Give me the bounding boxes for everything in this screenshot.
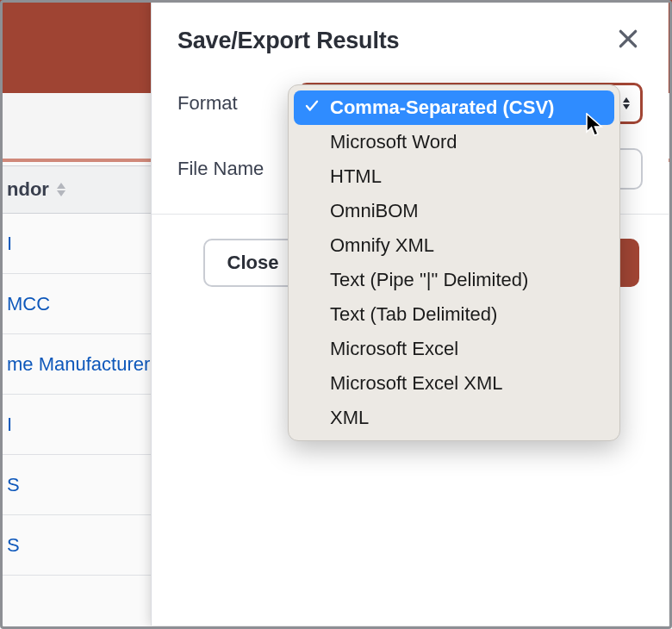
dropdown-option-label: Microsoft Excel XML: [330, 372, 503, 395]
dropdown-option-label: Omnify XML: [330, 234, 434, 257]
dropdown-option-label: Microsoft Word: [330, 131, 457, 153]
format-label: Format: [177, 92, 298, 115]
dropdown-option-label: Text (Tab Delimited): [330, 303, 497, 326]
dropdown-option-word[interactable]: Microsoft Word: [294, 125, 614, 159]
modal-header: Save/Export Results: [152, 0, 669, 74]
dropdown-option-excelxml[interactable]: Microsoft Excel XML: [294, 366, 614, 401]
dropdown-option-csv[interactable]: Comma-Separated (CSV): [294, 90, 614, 125]
dropdown-option-label: Microsoft Excel: [330, 338, 458, 360]
dropdown-option-excel[interactable]: Microsoft Excel: [294, 332, 614, 366]
select-stepper-icon: [621, 97, 632, 110]
dropdown-option-label: OmniBOM: [330, 200, 419, 222]
modal-title: Save/Export Results: [177, 28, 399, 54]
filename-label: File Name: [177, 158, 298, 180]
dropdown-option-xml[interactable]: XML: [294, 401, 614, 435]
dropdown-option-omnibom[interactable]: OmniBOM: [294, 194, 614, 228]
dropdown-option-label: XML: [330, 407, 369, 429]
dropdown-option-label: Comma-Separated (CSV): [330, 97, 554, 119]
dropdown-option-text-pipe[interactable]: Text (Pipe "|" Delimited): [294, 263, 614, 297]
close-button-label: Close: [227, 252, 279, 274]
dropdown-option-label: HTML: [330, 165, 382, 188]
dropdown-option-html[interactable]: HTML: [294, 159, 614, 194]
dropdown-option-label: Text (Pipe "|" Delimited): [330, 269, 528, 291]
format-dropdown[interactable]: Comma-Separated (CSV) Microsoft Word HTM…: [288, 84, 620, 441]
close-icon[interactable]: [613, 24, 643, 57]
dropdown-option-text-tab[interactable]: Text (Tab Delimited): [294, 297, 614, 332]
dropdown-option-omnifyxml[interactable]: Omnify XML: [294, 228, 614, 263]
check-icon: [304, 97, 320, 119]
